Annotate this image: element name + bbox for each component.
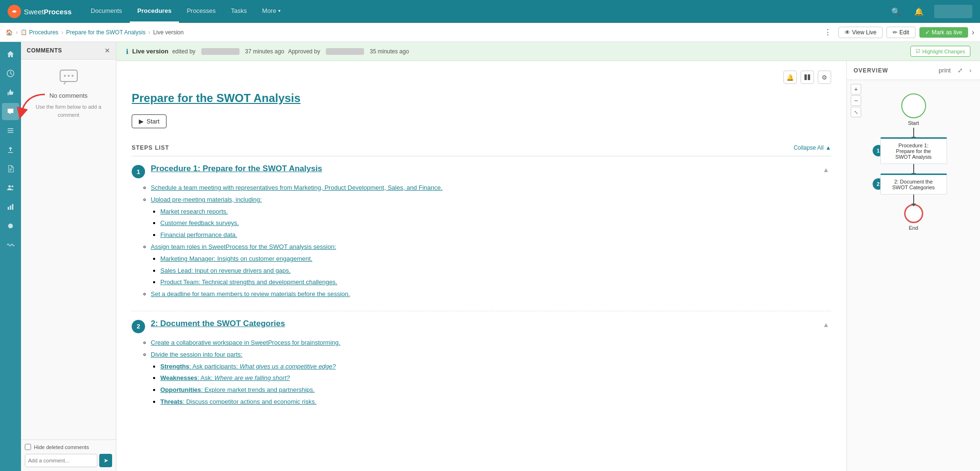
zoom-fit-button[interactable]: ⤡ [851, 107, 861, 117]
subitem-link[interactable]: Product Team: Technical strengths and de… [160, 278, 337, 286]
info-icon: ℹ [126, 48, 128, 55]
sep2: › [61, 29, 63, 36]
app-logo[interactable]: SweetProcess [8, 5, 72, 18]
columns-icon[interactable] [801, 71, 814, 84]
subitem-strengths[interactable]: Strengths: Ask participants: What gives … [160, 363, 336, 370]
more-options-button[interactable]: ⋮ [821, 26, 834, 39]
procedure-main-content: 🔔 ⚙ Prepare for the SWOT Analysis ▶ Star… [116, 61, 846, 471]
sidebar-comment-icon[interactable] [2, 103, 19, 120]
flow-step-2-wrapper: 2 2: Document theSWOT Categories [880, 174, 947, 195]
bell-icon[interactable]: 🔔 [783, 71, 797, 84]
expand-icon[interactable]: ⤢ [956, 66, 965, 75]
nav-procedures[interactable]: Procedures [130, 0, 179, 23]
comment-input-row: ➤ [25, 454, 112, 467]
breadcrumb-chevron[interactable]: › [972, 28, 974, 37]
svg-rect-8 [10, 205, 11, 210]
zoom-in-button[interactable]: + [851, 84, 861, 94]
live-version-breadcrumb: Live version [153, 29, 184, 36]
nav-documents[interactable]: Documents [83, 0, 130, 23]
subitem-link[interactable]: Marketing Manager: Insights on customer … [160, 255, 313, 262]
subitem-threats[interactable]: Threats: Discuss competitor actions and … [160, 398, 316, 405]
list-item: Create a collaborative workspace in Swee… [151, 338, 831, 348]
comment-input[interactable] [25, 454, 97, 467]
sidebar-clock-icon[interactable] [2, 65, 19, 82]
sidebar-list-icon[interactable] [2, 122, 19, 139]
svg-point-12 [64, 75, 66, 77]
step-2-item-1-link[interactable]: Create a collaborative workspace in Swee… [151, 339, 340, 346]
step-1-collapse-button[interactable]: ▲ [821, 164, 831, 175]
hide-deleted-checkbox[interactable] [25, 444, 31, 450]
notification-icon[interactable]: 🔔 [911, 4, 927, 19]
edit-button[interactable]: ✏ Edit [886, 27, 916, 38]
live-banner: ℹ Live version edited by 37 minutes ago … [116, 42, 980, 61]
content-area: ℹ Live version edited by 37 minutes ago … [116, 42, 980, 471]
editor-name-blurred [201, 48, 240, 55]
sidebar-circle-icon[interactable] [2, 217, 19, 235]
steps-list-header: STEPS LIST Collapse All ▲ [132, 140, 831, 156]
comments-close-button[interactable]: ✕ [104, 47, 110, 54]
step-1-item-1-link[interactable]: Schedule a team meeting with representat… [151, 184, 442, 191]
nav-right: 🔍 🔔 [888, 4, 972, 19]
flow-step-1-box[interactable]: Procedure 1:Prepare for theSWOT Analysis [880, 137, 947, 164]
comment-send-button[interactable]: ➤ [99, 454, 112, 467]
sidebar-wave-icon[interactable] [2, 236, 19, 254]
view-live-button[interactable]: 👁 View Live [838, 27, 883, 38]
step-2-collapse-button[interactable]: ▲ [821, 319, 831, 330]
list-item: Set a deadline for team members to revie… [151, 289, 831, 299]
highlight-changes-button[interactable]: ☑ Highlight Changes [910, 46, 970, 57]
home-breadcrumb[interactable]: 🏠 [6, 29, 13, 36]
sidebar-home-icon[interactable] [2, 46, 19, 63]
subitem-opportunities[interactable]: Opportunities: Explore market trends and… [160, 386, 315, 393]
flowchart: Start 1 Procedure 1:Prepare for theSWOT … [853, 86, 974, 236]
nav-more[interactable]: More ▾ [254, 0, 288, 23]
start-button[interactable]: ▶ Start [132, 114, 167, 128]
sidebar-chart-icon[interactable] [2, 198, 19, 215]
comments-panel: COMMENTS ✕ No comments Use the form belo… [21, 42, 116, 471]
step-1-title[interactable]: Procedure 1: Prepare for the SWOT Analys… [151, 164, 322, 174]
nav-tasks[interactable]: Tasks [223, 0, 254, 23]
settings-icon[interactable]: ⚙ [818, 71, 831, 84]
sidebar-team-icon[interactable] [2, 179, 19, 196]
mark-as-live-button[interactable]: ✓ Mark as live [919, 27, 968, 38]
subitem-weaknesses[interactable]: Weaknesses: Ask: Where are we falling sh… [160, 374, 290, 381]
zoom-controls: + − ⤡ [851, 84, 861, 117]
search-icon[interactable]: 🔍 [888, 4, 904, 19]
sep1: › [16, 29, 18, 36]
procedures-breadcrumb[interactable]: Procedures [29, 29, 58, 36]
svg-point-14 [72, 75, 73, 77]
procedure-title-breadcrumb[interactable]: Prepare for the SWOT Analysis [66, 29, 146, 36]
list-item: Product Team: Technical strengths and de… [160, 277, 831, 287]
overview-header: OVERVIEW print ⤢ › [847, 61, 980, 80]
sidebar-thumb-icon[interactable] [2, 84, 19, 101]
sidebar-upload-icon[interactable] [2, 141, 19, 158]
nav-items: Documents Procedures Processes Tasks Mor… [83, 0, 888, 23]
svg-rect-16 [808, 74, 810, 80]
sidebar-doc-icon[interactable] [2, 160, 19, 177]
check-icon: ✓ [925, 29, 930, 36]
subitem-link[interactable]: Sales Lead: Input on revenue drivers and… [160, 267, 291, 274]
step-1-item-2-link[interactable]: Upload pre-meeting materials, including: [151, 196, 262, 203]
flow-arrow-3 [913, 195, 914, 204]
step-1-item-3-link[interactable]: Assign team roles in SweetProcess for th… [151, 243, 336, 250]
chevron-up-icon: ▲ [825, 144, 831, 151]
zoom-out-button[interactable]: − [851, 95, 861, 106]
subitem-link[interactable]: Customer feedback surveys. [160, 219, 239, 226]
svg-rect-9 [12, 204, 13, 210]
subitem-link[interactable]: Financial performance data. [160, 231, 237, 238]
nav-processes[interactable]: Processes [179, 0, 223, 23]
next-icon[interactable]: › [968, 66, 973, 75]
app-name: SweetProcess [24, 8, 72, 16]
flow-step-2-box[interactable]: 2: Document theSWOT Categories [880, 174, 947, 195]
print-label[interactable]: print [937, 66, 952, 75]
subitem-link[interactable]: Market research reports. [160, 208, 228, 215]
list-item: Financial performance data. [160, 230, 831, 240]
step-2-item-2-link[interactable]: Divide the session into four parts: [151, 351, 242, 358]
svg-point-13 [68, 75, 70, 77]
step-1-item-4-link[interactable]: Set a deadline for team members to revie… [151, 290, 350, 297]
collapse-all-button[interactable]: Collapse All ▲ [793, 144, 831, 151]
send-icon: ➤ [104, 457, 108, 464]
list-item: Opportunities: Explore market trends and… [160, 385, 831, 395]
user-account-button[interactable] [934, 5, 972, 18]
step-2-title[interactable]: 2: Document the SWOT Categories [151, 319, 285, 328]
list-item: Marketing Manager: Insights on customer … [160, 254, 831, 264]
